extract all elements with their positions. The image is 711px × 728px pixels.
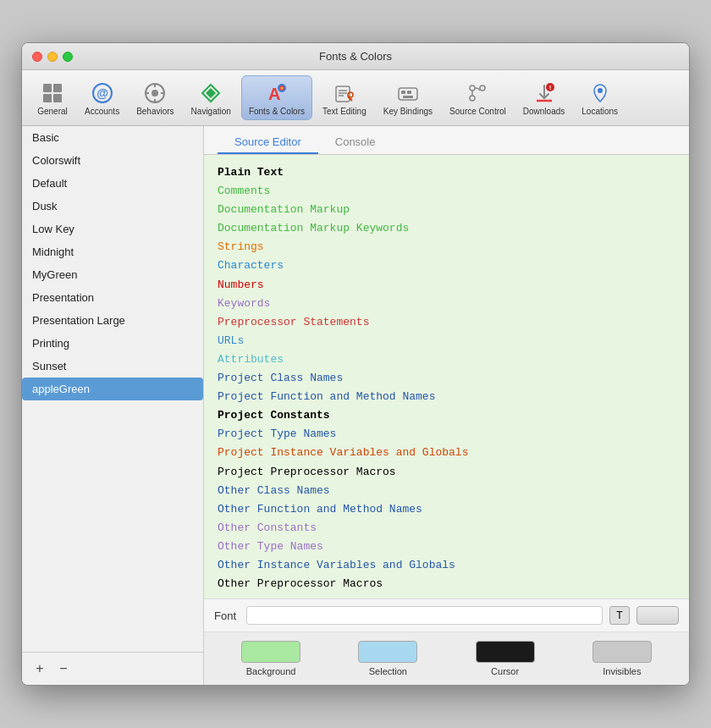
background-swatch-color[interactable] xyxy=(241,641,300,663)
sidebar-item-basic[interactable]: Basic xyxy=(22,126,203,149)
invisibles-swatch-color[interactable] xyxy=(592,641,652,663)
entry-plain-text[interactable]: Plain Text xyxy=(218,163,675,182)
svg-rect-24 xyxy=(401,91,405,94)
font-t-icon: T xyxy=(616,609,622,621)
behaviors-icon xyxy=(141,80,168,107)
entry-project-constants[interactable]: Project Constants xyxy=(218,406,675,425)
selection-swatch-label: Selection xyxy=(369,666,407,676)
swatch-invisibles[interactable]: Invisibles xyxy=(592,641,652,676)
toolbar-item-accounts[interactable]: @ Accounts xyxy=(78,76,126,119)
swatch-cursor[interactable]: Cursor xyxy=(476,641,535,676)
svg-rect-25 xyxy=(407,91,411,94)
accounts-icon: @ xyxy=(89,80,116,107)
toolbar-item-fonts-colors[interactable]: A Fonts & Colors xyxy=(241,75,312,120)
toolbar-label-locations: Locations xyxy=(581,107,618,116)
svg-point-29 xyxy=(480,85,485,91)
tab-console[interactable]: Console xyxy=(318,131,393,154)
entry-doc-markup-keywords[interactable]: Documentation Markup Keywords xyxy=(218,219,675,238)
entry-other-instance-vars[interactable]: Other Instance Variables and Globals xyxy=(218,556,675,575)
sidebar-controls: + − xyxy=(22,652,203,685)
sidebar: Basic Colorswift Default Dusk Low Key Mi… xyxy=(22,126,204,685)
sidebar-item-sunset[interactable]: Sunset xyxy=(22,355,203,378)
entry-project-function-method-names[interactable]: Project Function and Method Names xyxy=(218,388,675,406)
tab-source-editor[interactable]: Source Editor xyxy=(218,131,318,154)
entry-comments[interactable]: Comments xyxy=(218,182,675,201)
entry-other-class-names[interactable]: Other Class Names xyxy=(218,482,675,500)
toolbar-item-general[interactable]: General xyxy=(30,76,74,119)
font-bar: Font T xyxy=(204,598,689,631)
svg-marker-13 xyxy=(206,88,216,98)
toolbar-item-navigation[interactable]: Navigation xyxy=(185,76,238,119)
toolbar-item-source-control[interactable]: Source Control xyxy=(443,76,513,119)
fonts-colors-icon: A xyxy=(263,80,290,107)
cursor-swatch-color[interactable] xyxy=(476,641,535,663)
entry-project-class-names[interactable]: Project Class Names xyxy=(218,369,675,388)
svg-rect-26 xyxy=(403,96,413,98)
toolbar-item-text-editing[interactable]: Text Editing xyxy=(316,76,373,119)
add-theme-button[interactable]: + xyxy=(30,659,49,678)
window-title: Fonts & Colors xyxy=(319,50,392,63)
toolbar-item-key-bindings[interactable]: Key Bindings xyxy=(377,76,439,119)
entry-project-preprocessor-macros[interactable]: Project Preprocessor Macros xyxy=(218,463,675,482)
svg-text:!: ! xyxy=(548,84,551,91)
downloads-icon: ! xyxy=(531,80,558,107)
sidebar-item-low-key[interactable]: Low Key xyxy=(22,218,203,240)
locations-icon xyxy=(587,80,614,107)
sidebar-item-applegreen[interactable]: appleGreen xyxy=(22,378,203,400)
sidebar-item-midnight[interactable]: Midnight xyxy=(22,240,203,263)
sidebar-list: Basic Colorswift Default Dusk Low Key Mi… xyxy=(22,126,203,652)
toolbar-item-behaviors[interactable]: Behaviors xyxy=(130,76,180,119)
toolbar: General @ Accounts xyxy=(22,70,689,126)
entry-project-instance-vars[interactable]: Project Instance Variables and Globals xyxy=(218,444,675,462)
invisibles-swatch-label: Invisibles xyxy=(603,666,641,676)
remove-theme-button[interactable]: − xyxy=(54,659,73,678)
swatch-selection[interactable]: Selection xyxy=(358,641,417,676)
svg-rect-1 xyxy=(53,84,62,92)
toolbar-item-locations[interactable]: Locations xyxy=(575,76,625,119)
svg-rect-2 xyxy=(43,94,52,102)
svg-rect-0 xyxy=(43,84,52,92)
maximize-button[interactable] xyxy=(63,52,73,62)
entry-project-type-names[interactable]: Project Type Names xyxy=(218,425,675,444)
font-label: Font xyxy=(214,609,240,622)
sidebar-item-dusk[interactable]: Dusk xyxy=(22,195,203,218)
sidebar-item-presentation[interactable]: Presentation xyxy=(22,286,203,309)
svg-point-34 xyxy=(598,88,603,93)
sidebar-item-mygreen[interactable]: MyGreen xyxy=(22,263,203,286)
swatch-background[interactable]: Background xyxy=(241,641,300,676)
color-list[interactable]: Plain Text Comments Documentation Markup… xyxy=(204,155,689,598)
minimize-button[interactable] xyxy=(47,52,58,62)
toolbar-label-text-editing: Text Editing xyxy=(322,107,367,116)
font-t-button[interactable]: T xyxy=(609,606,630,625)
toolbar-label-key-bindings: Key Bindings xyxy=(383,107,433,116)
entry-urls[interactable]: URLs xyxy=(218,332,675,350)
entry-characters[interactable]: Characters xyxy=(218,256,675,275)
entry-doc-markup[interactable]: Documentation Markup xyxy=(218,201,675,219)
toolbar-item-downloads[interactable]: ! Downloads xyxy=(516,76,571,119)
toolbar-label-general: General xyxy=(37,107,68,116)
entry-other-constants[interactable]: Other Constants xyxy=(218,519,675,538)
entry-preprocessor-statements[interactable]: Preprocessor Statements xyxy=(218,313,675,332)
traffic-lights xyxy=(32,52,73,62)
font-input[interactable] xyxy=(246,606,603,625)
selection-swatch-color[interactable] xyxy=(358,641,417,663)
sidebar-item-presentation-large[interactable]: Presentation Large xyxy=(22,309,203,332)
entry-keywords[interactable]: Keywords xyxy=(218,295,675,313)
main-content: Basic Colorswift Default Dusk Low Key Mi… xyxy=(22,126,689,685)
close-button[interactable] xyxy=(32,52,42,62)
sidebar-item-default[interactable]: Default xyxy=(22,172,203,195)
svg-point-22 xyxy=(348,92,353,97)
key-bindings-icon xyxy=(394,80,422,107)
entry-strings[interactable]: Strings xyxy=(218,238,675,256)
sidebar-item-colorswift[interactable]: Colorswift xyxy=(22,149,203,172)
font-action-button[interactable] xyxy=(637,606,679,625)
entry-attributes[interactable]: Attributes xyxy=(218,350,675,369)
svg-rect-3 xyxy=(53,94,62,102)
sidebar-item-printing[interactable]: Printing xyxy=(22,332,203,355)
entry-other-preprocessor-macros[interactable]: Other Preprocessor Macros xyxy=(218,575,675,593)
entry-other-type-names[interactable]: Other Type Names xyxy=(218,538,675,556)
toolbar-label-accounts: Accounts xyxy=(85,107,119,116)
entry-other-function-method-names[interactable]: Other Function and Method Names xyxy=(218,500,675,519)
entry-numbers[interactable]: Numbers xyxy=(218,276,675,295)
general-icon xyxy=(39,80,66,107)
